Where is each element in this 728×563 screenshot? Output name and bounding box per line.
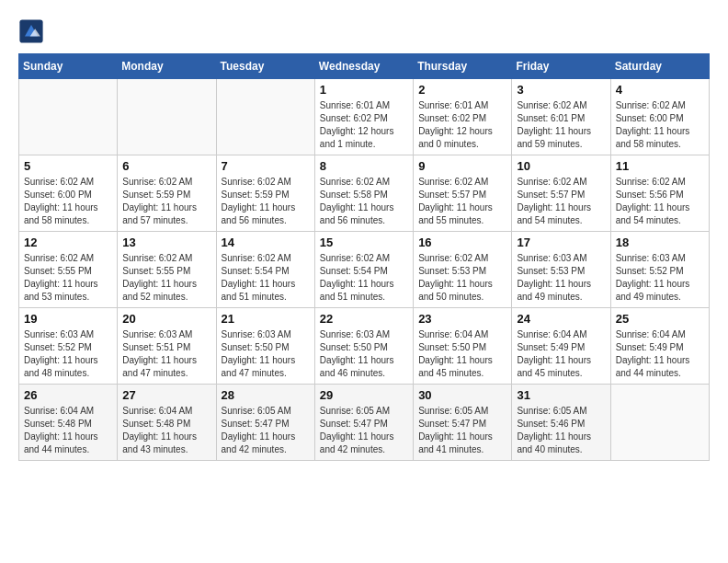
day-header-sunday: Sunday [19, 54, 118, 79]
day-number: 29 [320, 388, 408, 402]
day-header-monday: Monday [118, 54, 216, 79]
day-number: 26 [24, 388, 112, 402]
calendar-cell: 30Sunrise: 6:05 AM Sunset: 5:47 PM Dayli… [414, 385, 512, 461]
day-number: 18 [616, 236, 704, 249]
calendar-cell: 15Sunrise: 6:02 AM Sunset: 5:54 PM Dayli… [314, 232, 413, 308]
calendar-cell: 23Sunrise: 6:04 AM Sunset: 5:50 PM Dayli… [414, 308, 512, 385]
day-info: Sunrise: 6:05 AM Sunset: 5:46 PM Dayligh… [517, 405, 605, 456]
day-info: Sunrise: 6:02 AM Sunset: 5:58 PM Dayligh… [320, 176, 408, 227]
day-number: 30 [418, 388, 506, 402]
calendar-cell: 8Sunrise: 6:02 AM Sunset: 5:58 PM Daylig… [314, 155, 413, 232]
day-header-thursday: Thursday [414, 54, 512, 79]
day-number: 5 [24, 159, 112, 173]
calendar-cell: 20Sunrise: 6:03 AM Sunset: 5:51 PM Dayli… [118, 308, 216, 385]
day-number: 7 [222, 159, 310, 173]
calendar-cell: 6Sunrise: 6:02 AM Sunset: 5:59 PM Daylig… [118, 155, 216, 232]
calendar-cell: 19Sunrise: 6:03 AM Sunset: 5:52 PM Dayli… [19, 308, 118, 385]
day-info: Sunrise: 6:03 AM Sunset: 5:52 PM Dayligh… [24, 328, 112, 380]
calendar-cell [118, 79, 216, 155]
week-row-2: 5Sunrise: 6:02 AM Sunset: 6:00 PM Daylig… [19, 155, 710, 232]
day-number: 21 [222, 312, 310, 326]
calendar-cell: 27Sunrise: 6:04 AM Sunset: 5:48 PM Dayli… [118, 385, 216, 461]
calendar-cell [610, 385, 709, 461]
day-info: Sunrise: 6:02 AM Sunset: 5:56 PM Dayligh… [616, 176, 704, 227]
day-info: Sunrise: 6:03 AM Sunset: 5:51 PM Dayligh… [122, 328, 210, 380]
calendar-cell: 1Sunrise: 6:01 AM Sunset: 6:02 PM Daylig… [314, 79, 413, 155]
day-info: Sunrise: 6:01 AM Sunset: 6:02 PM Dayligh… [320, 99, 408, 151]
week-row-5: 26Sunrise: 6:04 AM Sunset: 5:48 PM Dayli… [19, 385, 710, 461]
calendar: SundayMondayTuesdayWednesdayThursdayFrid… [18, 53, 710, 461]
calendar-cell: 18Sunrise: 6:03 AM Sunset: 5:52 PM Dayli… [610, 232, 709, 308]
calendar-cell [19, 79, 118, 155]
day-number: 25 [616, 312, 704, 326]
day-info: Sunrise: 6:05 AM Sunset: 5:47 PM Dayligh… [222, 405, 310, 456]
day-header-saturday: Saturday [610, 54, 709, 79]
day-number: 10 [517, 159, 605, 173]
day-info: Sunrise: 6:04 AM Sunset: 5:49 PM Dayligh… [517, 328, 605, 380]
day-number: 9 [418, 159, 506, 173]
day-info: Sunrise: 6:04 AM Sunset: 5:50 PM Dayligh… [418, 328, 506, 380]
day-number: 8 [320, 159, 408, 173]
day-number: 3 [517, 83, 605, 97]
day-number: 15 [320, 236, 408, 249]
day-info: Sunrise: 6:02 AM Sunset: 6:01 PM Dayligh… [517, 99, 605, 151]
day-header-tuesday: Tuesday [216, 54, 314, 79]
day-info: Sunrise: 6:05 AM Sunset: 5:47 PM Dayligh… [418, 405, 506, 456]
calendar-cell: 3Sunrise: 6:02 AM Sunset: 6:01 PM Daylig… [512, 79, 610, 155]
day-info: Sunrise: 6:04 AM Sunset: 5:48 PM Dayligh… [24, 405, 112, 456]
day-info: Sunrise: 6:02 AM Sunset: 5:59 PM Dayligh… [122, 176, 210, 227]
calendar-cell: 24Sunrise: 6:04 AM Sunset: 5:49 PM Dayli… [512, 308, 610, 385]
day-info: Sunrise: 6:05 AM Sunset: 5:47 PM Dayligh… [320, 405, 408, 456]
day-number: 2 [418, 83, 506, 97]
day-info: Sunrise: 6:03 AM Sunset: 5:50 PM Dayligh… [320, 328, 408, 380]
calendar-cell: 2Sunrise: 6:01 AM Sunset: 6:02 PM Daylig… [414, 79, 512, 155]
calendar-cell: 5Sunrise: 6:02 AM Sunset: 6:00 PM Daylig… [19, 155, 118, 232]
day-number: 11 [616, 159, 704, 173]
day-info: Sunrise: 6:01 AM Sunset: 6:02 PM Dayligh… [418, 99, 506, 151]
calendar-cell: 11Sunrise: 6:02 AM Sunset: 5:56 PM Dayli… [610, 155, 709, 232]
day-number: 31 [517, 388, 605, 402]
calendar-header-row: SundayMondayTuesdayWednesdayThursdayFrid… [19, 54, 710, 79]
day-number: 12 [24, 236, 112, 249]
day-info: Sunrise: 6:04 AM Sunset: 5:49 PM Dayligh… [616, 328, 704, 380]
logo-icon [18, 18, 44, 44]
calendar-cell: 26Sunrise: 6:04 AM Sunset: 5:48 PM Dayli… [19, 385, 118, 461]
calendar-cell: 9Sunrise: 6:02 AM Sunset: 5:57 PM Daylig… [414, 155, 512, 232]
day-info: Sunrise: 6:02 AM Sunset: 5:57 PM Dayligh… [418, 176, 506, 227]
day-info: Sunrise: 6:04 AM Sunset: 5:48 PM Dayligh… [122, 405, 210, 456]
day-number: 13 [122, 236, 210, 249]
day-info: Sunrise: 6:03 AM Sunset: 5:53 PM Dayligh… [517, 252, 605, 304]
day-number: 20 [122, 312, 210, 326]
day-info: Sunrise: 6:02 AM Sunset: 5:55 PM Dayligh… [122, 252, 210, 304]
calendar-cell: 10Sunrise: 6:02 AM Sunset: 5:57 PM Dayli… [512, 155, 610, 232]
calendar-cell: 14Sunrise: 6:02 AM Sunset: 5:54 PM Dayli… [216, 232, 314, 308]
day-info: Sunrise: 6:02 AM Sunset: 5:59 PM Dayligh… [222, 176, 310, 227]
day-info: Sunrise: 6:02 AM Sunset: 5:57 PM Dayligh… [517, 176, 605, 227]
calendar-cell: 7Sunrise: 6:02 AM Sunset: 5:59 PM Daylig… [216, 155, 314, 232]
day-number: 19 [24, 312, 112, 326]
week-row-3: 12Sunrise: 6:02 AM Sunset: 5:55 PM Dayli… [19, 232, 710, 308]
day-number: 22 [320, 312, 408, 326]
calendar-cell: 4Sunrise: 6:02 AM Sunset: 6:00 PM Daylig… [610, 79, 709, 155]
calendar-cell: 16Sunrise: 6:02 AM Sunset: 5:53 PM Dayli… [414, 232, 512, 308]
day-info: Sunrise: 6:03 AM Sunset: 5:50 PM Dayligh… [222, 328, 310, 380]
day-number: 28 [222, 388, 310, 402]
header [18, 18, 710, 44]
day-number: 27 [122, 388, 210, 402]
calendar-cell [216, 79, 314, 155]
day-info: Sunrise: 6:02 AM Sunset: 5:54 PM Dayligh… [222, 252, 310, 304]
day-number: 14 [222, 236, 310, 249]
day-number: 6 [122, 159, 210, 173]
day-number: 24 [517, 312, 605, 326]
week-row-1: 1Sunrise: 6:01 AM Sunset: 6:02 PM Daylig… [19, 79, 710, 155]
day-header-wednesday: Wednesday [314, 54, 413, 79]
day-info: Sunrise: 6:02 AM Sunset: 5:54 PM Dayligh… [320, 252, 408, 304]
calendar-cell: 25Sunrise: 6:04 AM Sunset: 5:49 PM Dayli… [610, 308, 709, 385]
day-header-friday: Friday [512, 54, 610, 79]
calendar-cell: 31Sunrise: 6:05 AM Sunset: 5:46 PM Dayli… [512, 385, 610, 461]
calendar-cell: 22Sunrise: 6:03 AM Sunset: 5:50 PM Dayli… [314, 308, 413, 385]
calendar-cell: 12Sunrise: 6:02 AM Sunset: 5:55 PM Dayli… [19, 232, 118, 308]
calendar-cell: 21Sunrise: 6:03 AM Sunset: 5:50 PM Dayli… [216, 308, 314, 385]
logo [18, 18, 48, 44]
calendar-cell: 28Sunrise: 6:05 AM Sunset: 5:47 PM Dayli… [216, 385, 314, 461]
